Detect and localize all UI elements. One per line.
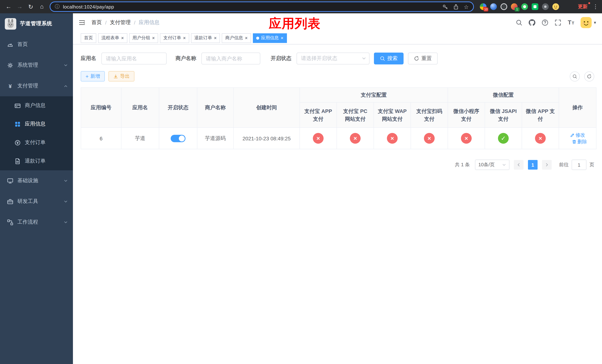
sidebar-item-system[interactable]: 系统管理 <box>0 55 73 75</box>
cell-wechat-jsapi: ✓ <box>485 128 522 149</box>
breadcrumb-section[interactable]: 支付管理 <box>110 19 131 26</box>
share-icon[interactable] <box>453 4 459 10</box>
close-icon[interactable]: × <box>121 36 124 40</box>
search-button[interactable]: 搜索 <box>374 53 404 64</box>
delete-button[interactable]: 删除 <box>572 138 587 145</box>
collapse-sidebar-icon[interactable] <box>78 20 86 26</box>
reload-button[interactable]: ↻ <box>26 2 35 11</box>
browser-menu-icon[interactable]: ⋮ <box>593 3 598 10</box>
tab-pay-order[interactable]: 支付订单× <box>160 33 189 43</box>
menu-label: 研发工具 <box>17 198 38 205</box>
close-icon[interactable]: × <box>281 36 283 40</box>
sidebar: 芋道管理系统 首页 系统管理 ¥ 支付管理 商户信息 <box>0 13 73 364</box>
password-key-icon[interactable] <box>442 4 448 10</box>
tab-app-info[interactable]: 应用信息× <box>253 33 287 43</box>
extension-icon-green-circle[interactable] <box>521 3 528 10</box>
status-label: 开启状态 <box>271 55 291 62</box>
extension-icon-record[interactable] <box>501 3 507 10</box>
edit-button[interactable]: 修改 <box>570 132 585 138</box>
page-number-button[interactable]: 1 <box>528 160 538 170</box>
extension-icon-emoji[interactable] <box>552 3 559 10</box>
sidebar-item-app-info[interactable]: 应用信息 <box>0 115 73 133</box>
close-icon[interactable]: × <box>183 36 186 40</box>
plus-icon: + <box>86 74 88 79</box>
help-icon[interactable] <box>542 19 548 26</box>
sidebar-item-workflow[interactable]: 工作流程 <box>0 212 73 233</box>
sidebar-item-pay-order[interactable]: 支付订单 <box>0 133 73 152</box>
close-icon[interactable]: × <box>152 36 155 40</box>
merchant-name-label: 商户名称 <box>175 55 196 62</box>
chevron-right-icon <box>545 162 549 167</box>
tab-user-group[interactable]: 用户分组× <box>129 33 158 43</box>
cell-merchant: 芋道源码 <box>197 128 233 149</box>
tab-label: 流程表单 <box>101 35 119 41</box>
app-name-input[interactable] <box>101 53 167 64</box>
sidebar-item-refund-order[interactable]: 退款订单 <box>0 152 73 170</box>
cell-wechat-mini: × <box>448 128 485 149</box>
extension-icon-apps[interactable]: 10 <box>480 3 486 10</box>
tab-merchant-info[interactable]: 商户信息× <box>222 33 251 43</box>
decorative-square <box>534 5 537 8</box>
workflow-icon <box>7 219 13 225</box>
chevron-down-icon <box>362 56 366 61</box>
status-select[interactable]: 请选择开启状态 <box>297 53 369 64</box>
browser-toolbar: ← → ↻ ⌂ ⓘ localhost:1024/pay/app ☆ 10 1 <box>0 0 602 13</box>
cell-status <box>159 128 197 149</box>
breadcrumb-home[interactable]: 首页 <box>91 19 102 26</box>
column-header-wechat-app: 微信 APP 支付 <box>522 102 559 128</box>
site-info-icon[interactable]: ⓘ <box>55 3 60 10</box>
next-page-button[interactable] <box>542 160 552 170</box>
forward-button[interactable]: → <box>15 2 24 11</box>
close-icon[interactable]: × <box>245 36 248 40</box>
extension-icon-blue-orb[interactable] <box>490 3 497 10</box>
app-name-label: 应用名 <box>81 55 96 62</box>
close-icon[interactable]: × <box>214 36 217 40</box>
page-size-select[interactable]: 10条/页 <box>475 160 509 170</box>
app-table: 应用编号 应用名 开启状态 商户名称 创建时间 支付宝配置 微信配置 操作 支付… <box>81 87 596 149</box>
font-size-icon[interactable]: T T <box>568 19 574 26</box>
tab-process-form[interactable]: 流程表单× <box>98 33 127 43</box>
tab-home[interactable]: 首页 <box>81 33 96 43</box>
extension-icon-puzzle[interactable] <box>542 3 549 10</box>
top-navbar: 首页 / 支付管理 / 应用信息 应用列表 T T <box>73 13 602 32</box>
add-button[interactable]: + 新增 <box>81 71 105 81</box>
merchant-name-input[interactable] <box>201 53 260 64</box>
sidebar-item-home[interactable]: 首页 <box>0 34 73 55</box>
menu-label: 应用信息 <box>25 121 45 127</box>
browser-update-button[interactable]: 更新 <box>578 3 588 10</box>
decorative-square <box>544 6 547 8</box>
tab-refund-order[interactable]: 退款订单× <box>191 33 220 43</box>
sidebar-item-dev-tools[interactable]: 研发工具 <box>0 191 73 212</box>
goto-page-input[interactable] <box>572 160 586 170</box>
column-header-app-id: 应用编号 <box>81 87 121 128</box>
refresh-table-button[interactable] <box>584 71 594 81</box>
fullscreen-icon[interactable] <box>555 19 561 26</box>
search-icon[interactable] <box>516 19 523 26</box>
github-icon[interactable] <box>529 19 536 26</box>
address-bar[interactable]: ⓘ localhost:1024/pay/app ☆ <box>50 1 474 12</box>
toggle-search-button[interactable] <box>570 71 580 81</box>
smiley-face-icon <box>552 3 559 10</box>
sidebar-item-infrastructure[interactable]: 基础设施 <box>0 170 73 191</box>
sidebar-item-payment[interactable]: ¥ 支付管理 <box>0 75 73 96</box>
extension-icon-wechat[interactable] <box>532 3 538 10</box>
reset-button[interactable]: 重置 <box>408 53 438 64</box>
home-button[interactable]: ⌂ <box>37 2 47 11</box>
sidebar-item-merchant-info[interactable]: 商户信息 <box>0 96 73 115</box>
breadcrumb: 首页 / 支付管理 / 应用信息 <box>91 19 160 26</box>
column-header-alipay-pc: 支付宝 PC 网站支付 <box>337 102 374 128</box>
bookmark-star-icon[interactable]: ☆ <box>464 4 469 10</box>
prev-page-button[interactable] <box>514 160 524 170</box>
export-button[interactable]: 导出 <box>108 71 134 81</box>
status-check-icon: ✓ <box>498 133 509 144</box>
search-button-label: 搜索 <box>387 55 398 62</box>
column-group-wechat: 微信配置 <box>448 87 559 102</box>
user-menu[interactable]: ▾ <box>580 17 596 28</box>
back-button[interactable]: ← <box>4 2 13 11</box>
extension-icon-profile[interactable]: 1 <box>511 3 517 10</box>
cell-actions: 修改 删除 <box>559 128 596 149</box>
sidebar-menu: 首页 系统管理 ¥ 支付管理 商户信息 应用信息 <box>0 34 73 233</box>
status-toggle[interactable] <box>171 135 185 142</box>
status-cross-icon: × <box>350 133 361 144</box>
column-header-alipay-app: 支付宝 APP 支付 <box>300 102 337 128</box>
